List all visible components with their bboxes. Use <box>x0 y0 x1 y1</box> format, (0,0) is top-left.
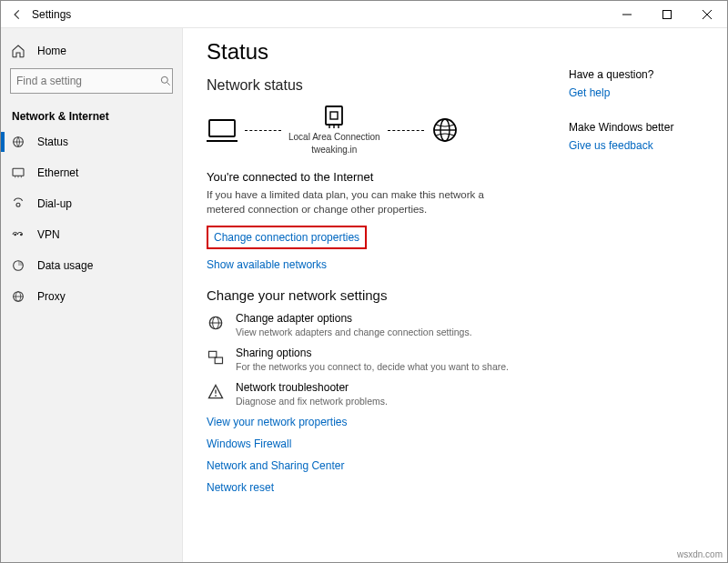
connected-desc: If you have a limited data plan, you can… <box>207 187 498 216</box>
search-field[interactable] <box>11 75 158 87</box>
change-connection-properties-link[interactable]: Change connection properties <box>214 231 359 244</box>
ethernet-icon <box>10 165 26 181</box>
svg-line-5 <box>167 83 169 85</box>
proxy-icon <box>10 288 26 305</box>
give-feedback-link[interactable]: Give us feedback <box>569 139 709 152</box>
sidebar-item-label: Dial-up <box>37 197 72 210</box>
connection-name: Local Area Connection <box>288 132 380 143</box>
watermark: wsxdn.com <box>677 549 723 559</box>
data-usage-icon <box>10 257 26 274</box>
search-icon <box>158 75 172 87</box>
content: Home Network & Internet Status Ethernet … <box>1 28 727 562</box>
show-available-networks-link[interactable]: Show available networks <box>207 258 563 271</box>
page-title: Status <box>207 39 563 65</box>
globe-icon <box>431 116 459 144</box>
svg-point-11 <box>16 203 20 206</box>
option-label: Change adapter options <box>236 312 472 325</box>
section-change-settings: Change your network settings <box>207 287 563 303</box>
option-desc: For the networks you connect to, decide … <box>236 361 509 372</box>
titlebar: Settings <box>1 1 727 28</box>
svg-point-12 <box>14 234 16 236</box>
network-reset-link[interactable]: Network reset <box>207 481 563 494</box>
minimize-button[interactable] <box>607 1 647 28</box>
sidebar-item-home[interactable]: Home <box>1 35 182 66</box>
svg-rect-7 <box>13 168 24 176</box>
highlight-box: Change connection properties <box>207 226 367 249</box>
sidebar-item-status[interactable]: Status <box>1 126 182 157</box>
aside-question: Have a question? <box>569 68 709 81</box>
home-icon <box>10 43 26 59</box>
svg-rect-30 <box>215 357 222 364</box>
option-troubleshooter[interactable]: Network troubleshooterDiagnose and fix n… <box>207 381 563 407</box>
settings-window: Settings Home Network & Internet Status <box>0 0 728 563</box>
sidebar-item-label: Ethernet <box>37 166 78 179</box>
adapter-options-icon <box>207 314 225 332</box>
sidebar-section-header: Network & Internet <box>1 103 182 126</box>
option-desc: Diagnose and fix network problems. <box>236 396 388 407</box>
vpn-icon <box>10 226 26 243</box>
sidebar-item-label: Status <box>37 136 68 148</box>
sidebar-item-label: Proxy <box>37 290 66 303</box>
sidebar-item-dialup[interactable]: Dial-up <box>1 188 182 219</box>
maximize-icon <box>662 10 672 19</box>
main-panel: Status Network status Local Area Connect… <box>183 28 727 562</box>
arrow-left-icon <box>11 8 24 21</box>
network-sharing-center-link[interactable]: Network and Sharing Center <box>207 459 563 472</box>
sidebar: Home Network & Internet Status Ethernet … <box>1 28 183 562</box>
sidebar-item-label: VPN <box>37 228 60 241</box>
close-button[interactable] <box>687 1 727 28</box>
section-network-status: Network status <box>207 77 563 94</box>
option-label: Network troubleshooter <box>236 381 388 394</box>
sharing-icon <box>207 348 225 367</box>
connection-line <box>245 130 281 131</box>
minimize-icon <box>622 10 632 19</box>
back-button[interactable] <box>5 1 30 28</box>
connected-title: You're connected to the Internet <box>207 170 563 184</box>
maximize-button[interactable] <box>647 1 687 28</box>
svg-point-32 <box>215 396 217 397</box>
svg-rect-17 <box>209 120 235 136</box>
connection-line <box>388 130 424 131</box>
option-sharing[interactable]: Sharing optionsFor the networks you conn… <box>207 347 563 372</box>
connection-subtitle: tweaking.in <box>311 145 357 156</box>
dialup-icon <box>10 196 26 212</box>
computer-icon <box>207 117 238 143</box>
sidebar-item-label: Data usage <box>37 259 93 272</box>
svg-point-4 <box>161 76 167 83</box>
sidebar-item-vpn[interactable]: VPN <box>1 219 182 250</box>
option-change-adapter[interactable]: Change adapter optionsView network adapt… <box>207 312 563 337</box>
option-label: Sharing options <box>236 347 509 359</box>
sidebar-item-label: Home <box>37 45 66 57</box>
get-help-link[interactable]: Get help <box>569 86 709 99</box>
svg-rect-19 <box>326 106 342 125</box>
svg-rect-20 <box>330 112 338 119</box>
aside-panel: Have a question? Get help Make Windows b… <box>563 39 709 553</box>
window-title: Settings <box>30 8 607 21</box>
sidebar-item-proxy[interactable]: Proxy <box>1 281 182 312</box>
sidebar-item-ethernet[interactable]: Ethernet <box>1 157 182 188</box>
aside-feedback-title: Make Windows better <box>569 121 709 134</box>
windows-firewall-link[interactable]: Windows Firewall <box>207 437 563 450</box>
sidebar-item-datausage[interactable]: Data usage <box>1 250 182 281</box>
status-icon <box>10 134 26 150</box>
svg-rect-1 <box>663 10 672 18</box>
search-input[interactable] <box>10 68 173 94</box>
view-network-properties-link[interactable]: View your network properties <box>207 416 563 428</box>
troubleshooter-icon <box>207 383 225 401</box>
option-desc: View network adapters and change connect… <box>236 327 472 337</box>
adapter-icon: Local Area Connection tweaking.in <box>288 105 380 156</box>
close-icon <box>703 10 712 19</box>
network-diagram: Local Area Connection tweaking.in <box>207 105 563 156</box>
svg-rect-29 <box>209 352 217 358</box>
